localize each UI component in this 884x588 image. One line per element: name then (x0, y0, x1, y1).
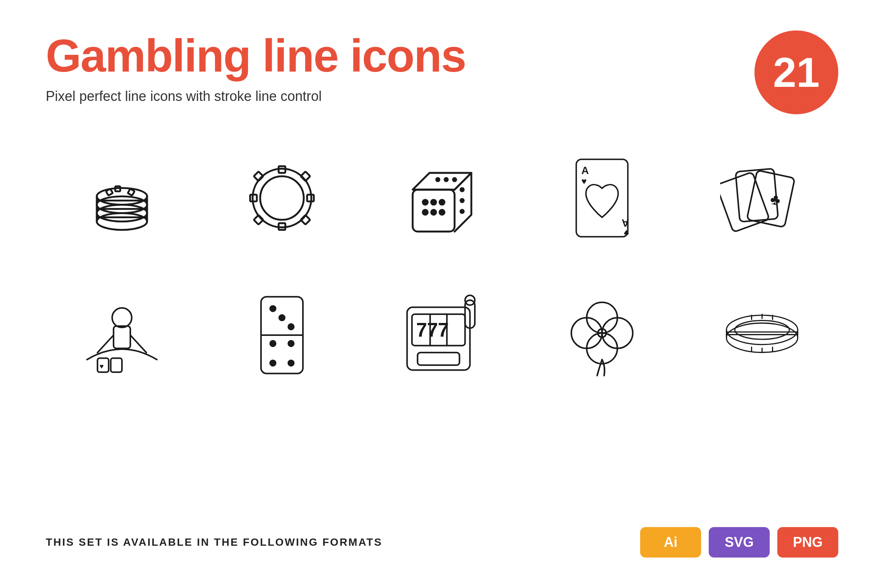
svg-text:♥: ♥ (99, 362, 104, 370)
svg-point-23 (422, 199, 429, 206)
icon-domino (206, 274, 358, 396)
svg-text:♥: ♥ (581, 176, 587, 186)
icons-grid: A ♥ A ♥ ♣ (46, 137, 838, 396)
svg-point-53 (269, 305, 276, 312)
svg-point-13 (260, 176, 304, 220)
subtitle: Pixel perfect line icons with stroke lin… (46, 88, 466, 104)
svg-point-29 (435, 177, 440, 182)
footer-text: THIS SET IS AVAILABLE IN THE FOLLOWING F… (46, 536, 383, 548)
format-badges: Ai SVG PNG (640, 527, 838, 558)
page-container: Gambling line icons Pixel perfect line i… (0, 0, 884, 588)
badge-ai-label: Ai (664, 534, 677, 550)
icon-clover (526, 274, 678, 396)
svg-point-73 (727, 315, 798, 345)
svg-point-45 (112, 308, 131, 328)
svg-point-33 (460, 198, 464, 203)
svg-text:A: A (581, 165, 589, 176)
svg-rect-10 (128, 189, 135, 196)
svg-point-24 (430, 199, 437, 206)
icon-slot-machine: 777 (366, 274, 518, 396)
svg-rect-11 (106, 189, 113, 196)
main-title: Gambling line icons (46, 30, 466, 81)
svg-point-54 (279, 314, 285, 321)
svg-point-31 (452, 177, 457, 182)
svg-rect-44 (114, 326, 130, 348)
icon-oval-chip (686, 274, 838, 396)
icon-ace-card: A ♥ A ♥ (526, 137, 678, 259)
badge-png: PNG (777, 527, 838, 558)
badge-png-label: PNG (793, 534, 823, 550)
title-block: Gambling line icons Pixel perfect line i… (46, 30, 466, 104)
svg-point-26 (422, 209, 429, 216)
icon-card-fan: ♣ (686, 137, 838, 259)
svg-point-56 (269, 340, 276, 347)
svg-point-55 (288, 323, 295, 330)
svg-point-59 (288, 360, 295, 366)
svg-point-30 (444, 177, 448, 182)
svg-text:A: A (622, 217, 629, 229)
svg-point-57 (288, 340, 295, 347)
icon-dice (366, 137, 518, 259)
icon-chip-stack (46, 137, 198, 259)
svg-text:777: 777 (416, 319, 449, 341)
svg-point-27 (430, 209, 437, 216)
badge-svg: SVG (709, 527, 770, 558)
icon-dealer: ♥ (46, 274, 198, 396)
svg-text:♣: ♣ (769, 190, 782, 209)
badge-number: 21 (773, 51, 820, 93)
svg-point-32 (460, 187, 464, 192)
svg-rect-67 (418, 353, 460, 365)
svg-point-58 (269, 360, 276, 366)
badge-ai: Ai (640, 527, 701, 558)
header-section: Gambling line icons Pixel perfect line i… (46, 30, 838, 114)
svg-rect-50 (111, 358, 122, 372)
svg-point-28 (439, 209, 445, 216)
svg-text:♥: ♥ (624, 228, 629, 238)
footer-section: THIS SET IS AVAILABLE IN THE FOLLOWING F… (46, 527, 838, 558)
svg-point-25 (439, 199, 445, 206)
svg-point-34 (460, 209, 464, 214)
count-badge: 21 (754, 30, 838, 114)
badge-svg-label: SVG (725, 534, 754, 550)
icon-chip-single (206, 137, 358, 259)
